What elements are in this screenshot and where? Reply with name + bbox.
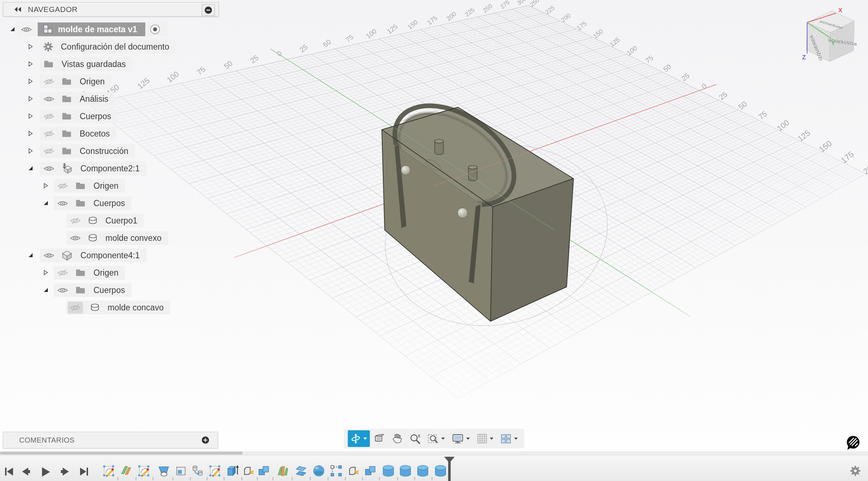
navigation-toolbar: ± bbox=[344, 429, 524, 448]
tree-row[interactable]: Cuerpos bbox=[54, 196, 132, 210]
tree-row[interactable]: Cuerpos bbox=[40, 109, 118, 123]
timeline-feature-combine-icon[interactable] bbox=[363, 464, 377, 478]
tree-row[interactable]: Cuerpos bbox=[54, 283, 132, 297]
timeline-feature-cylinder-primitive-icon[interactable] bbox=[416, 464, 430, 478]
tree-row[interactable]: Bocetos bbox=[40, 127, 116, 141]
tree-row[interactable]: molde convexo bbox=[66, 231, 168, 245]
zoom-button[interactable]: ± bbox=[407, 430, 423, 447]
expand-arrow-icon[interactable] bbox=[28, 148, 34, 154]
look-at-button[interactable] bbox=[371, 430, 388, 447]
tree-row[interactable]: Construcción bbox=[40, 144, 135, 158]
zoom-window-button[interactable] bbox=[425, 430, 448, 447]
timeline-scrollbar[interactable] bbox=[0, 451, 868, 455]
timeline-feature-sketch-icon[interactable] bbox=[208, 464, 222, 478]
tree-row[interactable]: Origen bbox=[54, 266, 125, 280]
collapse-arrow-icon[interactable] bbox=[43, 200, 49, 206]
timeline-feature-sketch-icon[interactable] bbox=[137, 464, 151, 478]
visibility-eye-hidden-icon[interactable] bbox=[68, 302, 83, 314]
expand-arrow-icon[interactable] bbox=[28, 96, 34, 102]
grid-settings-button[interactable] bbox=[474, 430, 496, 447]
expand-arrow-icon[interactable] bbox=[43, 269, 49, 276]
viewcube[interactable]: INFERIOR IZQUIERDA POSTERIOR X Y Z bbox=[796, 0, 868, 72]
visibility-eye-visible-icon[interactable] bbox=[43, 95, 54, 103]
timeline-feature-offset-plane-icon[interactable] bbox=[120, 464, 134, 478]
comments-bar[interactable]: COMENTARIOS bbox=[3, 432, 218, 448]
visibility-eye-hidden-icon[interactable] bbox=[70, 217, 81, 225]
collapse-arrow-icon[interactable] bbox=[28, 252, 34, 258]
visibility-eye-icon[interactable] bbox=[21, 26, 32, 33]
timeline-feature-project-icon[interactable] bbox=[329, 464, 343, 478]
visibility-eye-hidden-icon[interactable] bbox=[43, 113, 54, 120]
timeline-feature-cylinder-primitive-icon[interactable] bbox=[434, 464, 447, 478]
active-document-bar[interactable]: molde de maceta v1 bbox=[38, 22, 145, 36]
timeline-feature-sphere-icon[interactable] bbox=[312, 464, 326, 478]
playback-skip-start-button[interactable] bbox=[4, 466, 14, 477]
expand-arrow-icon[interactable] bbox=[28, 61, 34, 67]
timeline-feature-box-section-icon[interactable] bbox=[174, 464, 188, 478]
visibility-eye-visible-icon[interactable] bbox=[57, 286, 68, 294]
timeline-feature-combine-icon[interactable] bbox=[257, 464, 271, 478]
timeline-feature-split-body-icon[interactable] bbox=[294, 464, 308, 478]
visibility-eye-visible-icon[interactable] bbox=[70, 234, 81, 242]
timeline-feature-extrude-icon[interactable] bbox=[226, 464, 239, 478]
assistant-chat-bubble-icon[interactable] bbox=[844, 434, 862, 452]
tree-row[interactable]: Origen bbox=[54, 179, 125, 193]
pan-button[interactable] bbox=[389, 430, 405, 447]
orbit-button[interactable] bbox=[348, 430, 370, 447]
timeline-feature-move-bodies-icon[interactable] bbox=[191, 464, 205, 478]
tree-row[interactable]: Origen bbox=[40, 75, 111, 88]
timeline-settings-gear-icon[interactable] bbox=[849, 465, 861, 477]
folder-icon bbox=[43, 60, 54, 68]
timeline-feature-sketch-icon[interactable] bbox=[102, 464, 116, 478]
playback-step-forward-button[interactable] bbox=[60, 466, 71, 477]
visibility-eye-visible-icon[interactable] bbox=[43, 165, 54, 172]
display-settings-button[interactable] bbox=[449, 430, 473, 447]
collapse-arrow-icon[interactable] bbox=[9, 26, 16, 32]
tree-row[interactable]: Vistas guardadas bbox=[40, 57, 132, 71]
navigator-header[interactable]: NAVEGADOR bbox=[3, 2, 219, 17]
expand-arrow-icon[interactable] bbox=[28, 130, 34, 137]
timeline-feature-new-component-icon[interactable] bbox=[241, 464, 255, 478]
tree-row[interactable]: Componente2:1 bbox=[40, 162, 146, 175]
playback-step-back-button[interactable] bbox=[20, 466, 31, 477]
tree-row-root[interactable]: molde de maceta v1 bbox=[17, 22, 167, 36]
expand-arrow-icon[interactable] bbox=[28, 43, 34, 50]
component-icon bbox=[62, 250, 72, 261]
timeline-feature-mirror-icon[interactable] bbox=[276, 464, 290, 478]
tree-row[interactable]: Configuración del documento bbox=[40, 40, 176, 54]
visibility-eye-visible-icon[interactable] bbox=[57, 200, 68, 207]
tree-item-label: Cuerpos bbox=[93, 285, 125, 295]
timeline-feature-cylinder-primitive-icon[interactable] bbox=[381, 464, 395, 478]
playback-play-button[interactable] bbox=[40, 466, 51, 478]
visibility-eye-hidden-icon[interactable] bbox=[43, 147, 54, 155]
expand-arrow-icon[interactable] bbox=[43, 183, 49, 189]
visibility-eye-hidden-icon[interactable] bbox=[57, 182, 68, 190]
playback-skip-end-button[interactable] bbox=[79, 466, 89, 477]
timeline-playhead[interactable] bbox=[448, 460, 451, 481]
expand-arrow-icon[interactable] bbox=[28, 113, 34, 119]
add-comment-icon[interactable] bbox=[201, 436, 210, 444]
timeline-feature-cylinder-primitive-icon[interactable] bbox=[398, 464, 412, 478]
viewports-button[interactable] bbox=[498, 430, 521, 447]
tree-item-label: Origen bbox=[93, 268, 118, 278]
visibility-eye-hidden-icon[interactable] bbox=[57, 269, 68, 277]
visibility-eye-hidden-icon[interactable] bbox=[43, 78, 54, 85]
visibility-eye-hidden-icon[interactable] bbox=[43, 130, 54, 138]
tree-row[interactable]: molde concavo bbox=[66, 301, 170, 314]
timeline-tick bbox=[345, 477, 346, 480]
activate-component-radio[interactable] bbox=[150, 24, 160, 35]
collapse-arrow-icon[interactable] bbox=[43, 287, 49, 293]
viewcube-y-label: Y bbox=[831, 39, 835, 46]
collapse-panel-icon[interactable] bbox=[13, 6, 23, 13]
tree-row[interactable]: Cuerpo1 bbox=[66, 214, 144, 227]
tree-item-label: Cuerpo1 bbox=[105, 216, 137, 226]
navigator-display-toggle-icon[interactable] bbox=[202, 4, 215, 16]
tree-row[interactable]: Componente4:1 bbox=[40, 248, 146, 262]
collapse-arrow-icon[interactable] bbox=[28, 165, 34, 171]
timeline-feature-new-component-icon[interactable] bbox=[346, 464, 360, 478]
expand-arrow-icon[interactable] bbox=[28, 78, 34, 84]
timeline-scroll-thumb[interactable] bbox=[0, 452, 243, 455]
tree-row[interactable]: Análisis bbox=[40, 92, 115, 106]
visibility-eye-visible-icon[interactable] bbox=[43, 252, 54, 259]
timeline-feature-loft-icon[interactable] bbox=[157, 464, 171, 478]
